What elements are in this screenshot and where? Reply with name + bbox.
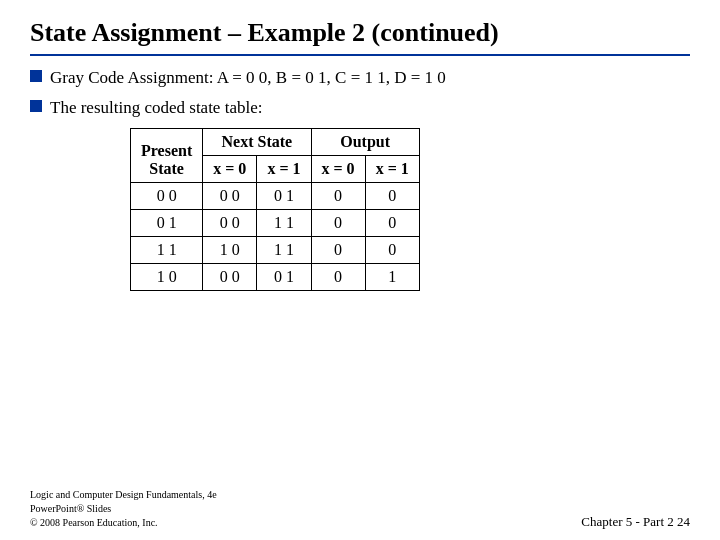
ns1-cell: 1 1 (257, 209, 311, 236)
title-divider (30, 54, 690, 56)
bullet-item-1: Gray Code Assignment: A = 0 0, B = 0 1, … (30, 66, 690, 90)
footer: Logic and Computer Design Fundamentals, … (30, 488, 217, 530)
present-state-header: PresentState (131, 128, 203, 182)
out1-cell: 0 (365, 209, 419, 236)
slide-title: State Assignment – Example 2 (continued) (30, 18, 690, 48)
footer-copyright: © 2008 Pearson Education, Inc. (30, 517, 158, 528)
out1-cell: 1 (365, 263, 419, 290)
ns1-cell: 0 1 (257, 182, 311, 209)
footer-publisher: PowerPoint® Slides (30, 503, 111, 514)
footer-chapter: Chapter 5 - Part 2 24 (581, 514, 690, 530)
ps-cell: 1 1 (131, 236, 203, 263)
bullet-section: Gray Code Assignment: A = 0 0, B = 0 1, … (30, 66, 690, 120)
ps-cell: 0 1 (131, 209, 203, 236)
ns0-cell: 0 0 (203, 182, 257, 209)
footer-book: Logic and Computer Design Fundamentals, … (30, 489, 217, 500)
table-body: 0 0 0 0 0 1 0 0 0 1 0 0 1 1 0 0 1 1 1 0 … (131, 182, 420, 290)
bullet-square-1 (30, 70, 42, 82)
state-table-container: PresentState Next State Output x = 0 x =… (130, 128, 690, 291)
table-row: 0 1 0 0 1 1 0 0 (131, 209, 420, 236)
output-header: Output (311, 128, 419, 155)
slide: State Assignment – Example 2 (continued)… (0, 0, 720, 540)
table-header-row-1: PresentState Next State Output (131, 128, 420, 155)
ns1-cell: 0 1 (257, 263, 311, 290)
bullet-item-2: The resulting coded state table: (30, 96, 690, 120)
ns0-cell: 0 0 (203, 209, 257, 236)
ns0-cell: 0 0 (203, 263, 257, 290)
ns0-cell: 1 0 (203, 236, 257, 263)
table-row: 0 0 0 0 0 1 0 0 (131, 182, 420, 209)
bullet-text-2: The resulting coded state table: (50, 96, 690, 120)
out0-cell: 0 (311, 209, 365, 236)
next-state-header: Next State (203, 128, 311, 155)
bullet-text-1: Gray Code Assignment: A = 0 0, B = 0 1, … (50, 66, 690, 90)
state-table: PresentState Next State Output x = 0 x =… (130, 128, 420, 291)
ps-cell: 0 0 (131, 182, 203, 209)
ns1-cell: 1 1 (257, 236, 311, 263)
table-row: 1 0 0 0 0 1 0 1 (131, 263, 420, 290)
out1-cell: 0 (365, 236, 419, 263)
ps-cell: 1 0 (131, 263, 203, 290)
bullet-square-2 (30, 100, 42, 112)
out0-cell: 0 (311, 263, 365, 290)
table-row: 1 1 1 0 1 1 0 0 (131, 236, 420, 263)
out-x0-header: x = 0 (311, 155, 365, 182)
out0-cell: 0 (311, 182, 365, 209)
out1-cell: 0 (365, 182, 419, 209)
out0-cell: 0 (311, 236, 365, 263)
out-x1-header: x = 1 (365, 155, 419, 182)
ns-x1-header: x = 1 (257, 155, 311, 182)
ns-x0-header: x = 0 (203, 155, 257, 182)
